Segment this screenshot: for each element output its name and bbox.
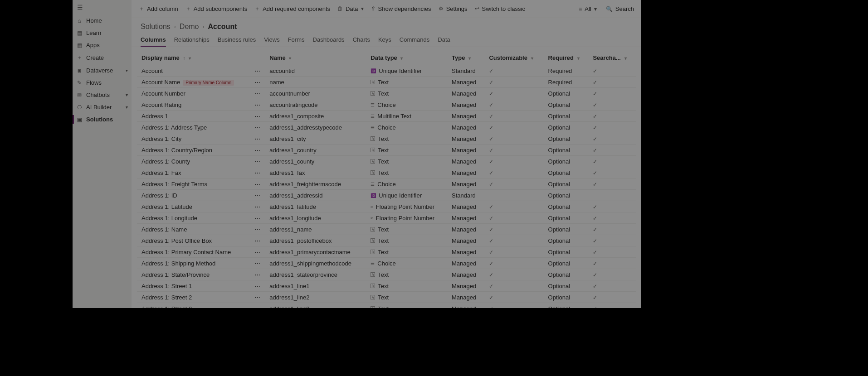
col-header-display-name[interactable]: Display name ↑ ▾ bbox=[137, 51, 250, 65]
row-more-icon[interactable]: ⋯ bbox=[250, 224, 265, 235]
table-row[interactable]: Address 1: Latitude⋯address1_latitude≈Fl… bbox=[137, 201, 636, 212]
columns-grid[interactable]: Display name ↑ ▾ Name ▾ Data type ▾ bbox=[132, 47, 641, 308]
row-more-icon[interactable]: ⋯ bbox=[250, 246, 265, 258]
table-row[interactable]: Address 1: ID⋯address1_addressid🆔Unique … bbox=[137, 190, 636, 201]
tab-business-rules[interactable]: Business rules bbox=[218, 34, 256, 47]
row-more-icon[interactable]: ⋯ bbox=[250, 201, 265, 212]
table-row[interactable]: Address 1: Longitude⋯address1_longitude≈… bbox=[137, 212, 636, 224]
cell-searchable: ✓ bbox=[588, 201, 636, 212]
row-more-icon[interactable]: ⋯ bbox=[250, 258, 265, 269]
table-row[interactable]: Address 1: State/Province⋯address1_state… bbox=[137, 269, 636, 280]
tab-dashboards[interactable]: Dashboards bbox=[313, 34, 345, 47]
row-more-icon[interactable]: ⋯ bbox=[250, 235, 265, 246]
chevron-down-icon: ▾ bbox=[126, 105, 128, 110]
table-row[interactable]: Address 1: Street 1⋯address1_line1🄰TextM… bbox=[137, 280, 636, 292]
tab-columns[interactable]: Columns bbox=[141, 34, 166, 47]
table-row[interactable]: Account Rating⋯accountratingcode☰ChoiceM… bbox=[137, 99, 636, 111]
row-more-icon[interactable]: ⋯ bbox=[250, 269, 265, 280]
cmd-show-dependencies[interactable]: ⇪Show dependencies bbox=[367, 4, 435, 14]
table-row[interactable]: Address 1: Address Type⋯address1_address… bbox=[137, 122, 636, 133]
sidebar-item-flows[interactable]: ✎Flows bbox=[73, 77, 132, 89]
table-row[interactable]: Address 1⋯address1_composite☰Multiline T… bbox=[137, 111, 636, 122]
sidebar-item-apps[interactable]: ▦Apps bbox=[73, 39, 132, 51]
table-row[interactable]: Address 1: Post Office Box⋯address1_post… bbox=[137, 235, 636, 246]
table-row[interactable]: Address 1: Country/Region⋯address1_count… bbox=[137, 145, 636, 156]
row-more-icon[interactable]: ⋯ bbox=[250, 292, 265, 303]
row-more-icon[interactable]: ⋯ bbox=[250, 99, 265, 111]
table-row[interactable]: Address 1: County⋯address1_county🄰TextMa… bbox=[137, 156, 636, 167]
check-icon: ✓ bbox=[489, 204, 493, 210]
row-more-icon[interactable]: ⋯ bbox=[250, 167, 265, 178]
tab-views[interactable]: Views bbox=[264, 34, 279, 47]
table-row[interactable]: Address 1: Shipping Method⋯address1_ship… bbox=[137, 258, 636, 269]
datatype-icon: ☰ bbox=[371, 182, 375, 187]
table-row[interactable]: Account NamePrimary Name Column⋯name🄰Tex… bbox=[137, 77, 636, 88]
tab-commands[interactable]: Commands bbox=[400, 34, 429, 47]
cell-data-type: ☰Choice bbox=[366, 122, 447, 133]
cell-data-type: ≈Floating Point Number bbox=[366, 201, 447, 212]
tab-data[interactable]: Data bbox=[438, 34, 450, 47]
tab-relationships[interactable]: Relationships bbox=[174, 34, 210, 47]
cmd-switch-to-classic[interactable]: ↩Switch to classic bbox=[471, 4, 529, 14]
cell-customizable: ✓ bbox=[484, 303, 543, 309]
cmd-add-required-components[interactable]: ＋Add required components bbox=[251, 3, 334, 14]
cell-display-name: Address 1: County bbox=[137, 156, 250, 167]
cell-required: Optional bbox=[544, 88, 589, 99]
row-more-icon[interactable]: ⋯ bbox=[250, 133, 265, 145]
row-more-icon[interactable]: ⋯ bbox=[250, 156, 265, 167]
cell-searchable: ✓ bbox=[588, 303, 636, 309]
row-more-icon[interactable]: ⋯ bbox=[250, 212, 265, 224]
col-header-type[interactable]: Type ▾ bbox=[447, 51, 484, 65]
row-more-icon[interactable]: ⋯ bbox=[250, 122, 265, 133]
sidebar-item-dataverse[interactable]: ◙Dataverse▾ bbox=[73, 64, 132, 77]
tab-forms[interactable]: Forms bbox=[288, 34, 305, 47]
row-more-icon[interactable]: ⋯ bbox=[250, 280, 265, 292]
breadcrumb-item[interactable]: Demo bbox=[180, 23, 199, 31]
cmd-data[interactable]: 🗑Data▾ bbox=[334, 4, 367, 14]
sidebar-item-chatbots[interactable]: ✉Chatbots▾ bbox=[73, 89, 132, 101]
row-more-icon[interactable]: ⋯ bbox=[250, 65, 265, 77]
row-more-icon[interactable]: ⋯ bbox=[250, 77, 265, 88]
cell-data-type: 🆔Unique Identifier bbox=[366, 190, 447, 201]
col-header-data-type[interactable]: Data type ▾ bbox=[366, 51, 447, 65]
col-header-customizable[interactable]: Customizable ▾ bbox=[484, 51, 543, 65]
cmd-add-subcomponents[interactable]: ＋Add subcomponents bbox=[182, 3, 251, 14]
table-row[interactable]: Address 1: Street 3⋯address1_line3🄰TextM… bbox=[137, 303, 636, 309]
row-more-icon[interactable]: ⋯ bbox=[250, 190, 265, 201]
cell-data-type: ☰Choice bbox=[366, 99, 447, 111]
table-row[interactable]: Address 1: Street 2⋯address1_line2🄰TextM… bbox=[137, 292, 636, 303]
tab-charts[interactable]: Charts bbox=[353, 34, 370, 47]
sidebar-item-home[interactable]: ⌂Home bbox=[73, 14, 132, 27]
row-more-icon[interactable]: ⋯ bbox=[250, 145, 265, 156]
tab-keys[interactable]: Keys bbox=[378, 34, 391, 47]
nav-icon: ＋ bbox=[76, 54, 83, 62]
cell-display-name: Account NamePrimary Name Column bbox=[137, 77, 250, 88]
chevron-down-icon: ▾ bbox=[577, 56, 580, 61]
sidebar-item-solutions[interactable]: ▣Solutions bbox=[73, 113, 132, 125]
cmd-settings[interactable]: ⚙Settings bbox=[435, 4, 471, 14]
row-more-icon[interactable]: ⋯ bbox=[250, 178, 265, 190]
table-row[interactable]: Address 1: City⋯address1_city🄰TextManage… bbox=[137, 133, 636, 145]
table-row[interactable]: Account⋯accountid🆔Unique IdentifierStand… bbox=[137, 65, 636, 77]
cmd-add-column[interactable]: ＋Add column bbox=[135, 3, 182, 14]
sidebar-item-create[interactable]: ＋Create bbox=[73, 51, 132, 64]
filter-all[interactable]: ≡ All ▾ bbox=[575, 4, 600, 14]
col-header-required[interactable]: Required ▾ bbox=[544, 51, 589, 65]
search[interactable]: 🔍 Search bbox=[602, 4, 638, 14]
row-more-icon[interactable]: ⋯ bbox=[250, 111, 265, 122]
table-row[interactable]: Address 1: Primary Contact Name⋯address1… bbox=[137, 246, 636, 258]
col-header-searchable[interactable]: Searcha... ▾ bbox=[588, 51, 636, 65]
row-more-icon[interactable]: ⋯ bbox=[250, 303, 265, 309]
hamburger-icon[interactable]: ☰ bbox=[73, 0, 132, 14]
cell-searchable: ✓ bbox=[588, 99, 636, 111]
sidebar-item-ai-builder[interactable]: ⎔AI Builder▾ bbox=[73, 101, 132, 113]
table-row[interactable]: Address 1: Name⋯address1_name🄰TextManage… bbox=[137, 224, 636, 235]
sidebar-item-learn[interactable]: ▤Learn bbox=[73, 27, 132, 39]
breadcrumb-item[interactable]: Solutions bbox=[141, 23, 171, 31]
table-row[interactable]: Account Number⋯accountnumber🄰TextManaged… bbox=[137, 88, 636, 99]
table-row[interactable]: Address 1: Fax⋯address1_fax🄰TextManaged✓… bbox=[137, 167, 636, 178]
table-row[interactable]: Address 1: Freight Terms⋯address1_freigh… bbox=[137, 178, 636, 190]
cell-searchable: ✓ bbox=[588, 167, 636, 178]
col-header-name[interactable]: Name ▾ bbox=[265, 51, 366, 65]
row-more-icon[interactable]: ⋯ bbox=[250, 88, 265, 99]
